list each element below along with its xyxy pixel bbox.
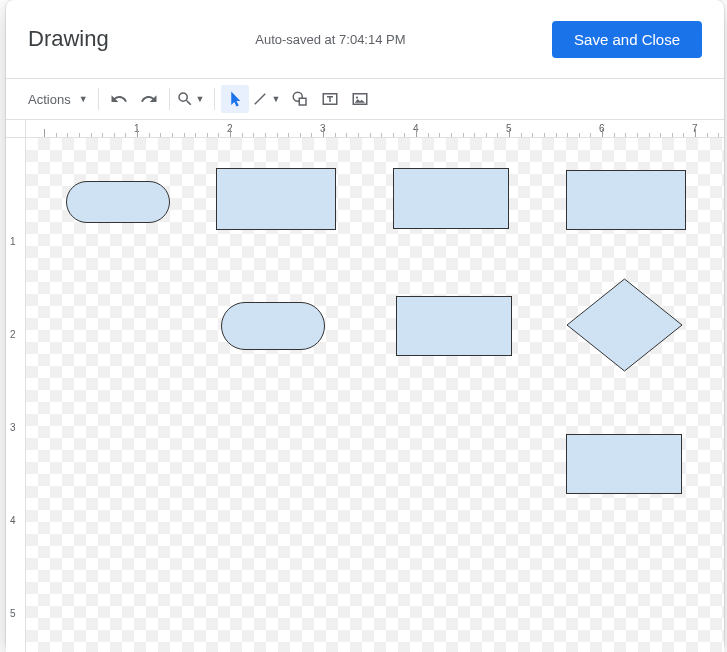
textbox-tool[interactable] bbox=[316, 85, 344, 113]
rounded-rectangle-shape[interactable] bbox=[221, 302, 325, 350]
ruler-v-label: 5 bbox=[10, 608, 16, 619]
redo-icon bbox=[140, 90, 158, 108]
redo-button[interactable] bbox=[135, 85, 163, 113]
zoom-icon bbox=[176, 90, 194, 108]
caret-down-icon: ▼ bbox=[196, 94, 205, 104]
horizontal-ruler: 1234567 bbox=[26, 120, 724, 138]
actions-menu[interactable]: Actions ▼ bbox=[20, 85, 92, 113]
diamond-shape[interactable] bbox=[566, 278, 683, 372]
rectangle-shape[interactable] bbox=[566, 170, 686, 230]
caret-down-icon: ▼ bbox=[271, 94, 280, 104]
image-tool[interactable] bbox=[346, 85, 374, 113]
textbox-icon bbox=[321, 90, 339, 108]
ruler-v-label: 4 bbox=[10, 515, 16, 526]
cursor-icon bbox=[226, 90, 244, 108]
toolbar-separator bbox=[169, 88, 170, 110]
rectangle-shape[interactable] bbox=[393, 168, 509, 229]
rounded-rectangle-shape[interactable] bbox=[66, 181, 170, 223]
autosave-status: Auto-saved at 7:04:14 PM bbox=[109, 32, 552, 47]
rectangle-shape[interactable] bbox=[566, 434, 682, 494]
zoom-menu[interactable]: ▼ bbox=[176, 85, 209, 113]
shape-icon bbox=[291, 90, 309, 108]
dialog-title: Drawing bbox=[28, 26, 109, 52]
line-icon bbox=[251, 90, 269, 108]
ruler-v-label: 2 bbox=[10, 329, 16, 340]
rectangle-shape[interactable] bbox=[216, 168, 336, 230]
drawing-dialog: Drawing Auto-saved at 7:04:14 PM Save an… bbox=[6, 0, 724, 652]
toolbar: Actions ▼ ▼ ▼ bbox=[6, 79, 724, 119]
caret-down-icon: ▼ bbox=[79, 94, 88, 104]
shape-tool[interactable] bbox=[286, 85, 314, 113]
drawing-canvas[interactable] bbox=[26, 138, 724, 652]
undo-icon bbox=[110, 90, 128, 108]
dialog-header: Drawing Auto-saved at 7:04:14 PM Save an… bbox=[6, 0, 724, 78]
ruler-v-label: 3 bbox=[10, 422, 16, 433]
select-tool[interactable] bbox=[221, 85, 249, 113]
ruler-v-label: 1 bbox=[10, 236, 16, 247]
rectangle-shape[interactable] bbox=[396, 296, 512, 356]
svg-point-4 bbox=[356, 96, 358, 98]
toolbar-separator bbox=[214, 88, 215, 110]
svg-marker-5 bbox=[567, 279, 682, 371]
image-icon bbox=[351, 90, 369, 108]
vertical-ruler: 12345 bbox=[6, 138, 26, 652]
ruler-corner bbox=[6, 120, 26, 138]
undo-button[interactable] bbox=[105, 85, 133, 113]
save-and-close-button[interactable]: Save and Close bbox=[552, 21, 702, 58]
svg-rect-1 bbox=[300, 98, 307, 105]
canvas-area: 1234567 12345 bbox=[6, 120, 724, 652]
line-tool[interactable]: ▼ bbox=[251, 85, 284, 113]
toolbar-separator bbox=[98, 88, 99, 110]
